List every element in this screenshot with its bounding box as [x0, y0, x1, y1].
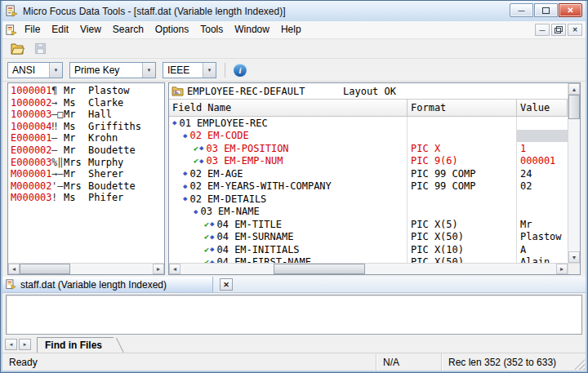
field-row-em-emp-num[interactable]: ✔◆03 EM-EMP-NUMPIC 9(6)000001 — [169, 155, 568, 168]
scroll-left-button[interactable]: ◂ — [8, 264, 20, 274]
find-results-panel — [6, 295, 582, 335]
field-diamond-icon: ◆ — [194, 208, 198, 215]
record-row[interactable]: E000003%‖MrsMurphy — [11, 157, 164, 169]
field-row-em-years-with-company[interactable]: ◆02 EM-YEARS-WITH-COMPANYPIC 99 COMP02 — [169, 180, 568, 193]
maximize-button[interactable] — [534, 3, 558, 17]
column-header-field-name[interactable]: Field Name — [169, 100, 408, 117]
record-row[interactable]: 1000002→MsClarke — [11, 97, 164, 109]
record-row[interactable]: M000002'–MrsBoudette — [11, 180, 164, 193]
minimize-button[interactable]: — — [510, 3, 533, 17]
field-name-cell: ✔◆04 EM-INITIALS — [169, 243, 408, 256]
record-id: E000002 — [11, 144, 51, 157]
scroll-left-icon: ◂ — [173, 265, 176, 273]
column-header-format[interactable]: Format — [408, 100, 517, 117]
chevron-down-icon[interactable]: ▼ — [203, 63, 216, 78]
tab-scroll-right-button[interactable]: ▸ — [19, 339, 31, 350]
scroll-right-button[interactable]: ▸ — [556, 264, 568, 274]
record-row[interactable]: 1000001¶MrPlastow — [11, 85, 164, 97]
menu-item-view[interactable]: View — [74, 21, 107, 38]
info-button[interactable]: i — [234, 64, 247, 77]
hscroll-track-left[interactable] — [180, 264, 274, 274]
chevron-down-icon[interactable]: ▼ — [49, 63, 62, 78]
file-toolbar — [2, 39, 586, 59]
hscroll-thumb[interactable] — [274, 264, 365, 274]
mdi-minimize-button[interactable]: — — [535, 24, 550, 36]
close-button[interactable]: ✕ — [559, 3, 582, 17]
charset-combo[interactable]: ANSI ▼ — [7, 62, 63, 78]
field-row-em-first-name[interactable]: ✔◆04 EM-FIRST-NAMEPIC X(50)Alain — [169, 256, 568, 264]
field-row-em-title[interactable]: ✔◆04 EM-TITLEPIC X(5)Mr — [169, 218, 568, 231]
record-surname: Phifer — [88, 192, 123, 203]
scrollbar-corner — [568, 263, 580, 274]
column-header-value[interactable]: Value — [517, 100, 568, 117]
mdi-restore-button[interactable] — [551, 24, 566, 36]
vscroll-track[interactable] — [568, 119, 580, 251]
record-id: E000003 — [11, 157, 51, 169]
record-row[interactable]: E000002–MrBoudette — [11, 144, 164, 157]
record-row[interactable]: E000001–MrKrohn — [11, 132, 164, 144]
field-row-em-initials[interactable]: ✔◆04 EM-INITIALSPIC X(10)A — [169, 243, 568, 256]
key-combo[interactable]: Prime Key ▼ — [69, 62, 156, 78]
menu-item-search[interactable]: Search — [107, 21, 149, 38]
scroll-left-button[interactable]: ◂ — [169, 264, 180, 274]
hscroll-track[interactable] — [365, 264, 556, 274]
field-value-cell — [517, 130, 568, 143]
menu-bar: FileEditViewSearchOptionsToolsWindowHelp… — [2, 21, 586, 39]
menu-item-help[interactable]: Help — [275, 21, 307, 38]
field-name-text: 02 EM-DETAILS — [189, 193, 266, 205]
field-name-cell: ✔◆03 EM-POSITION — [169, 142, 408, 155]
record-row[interactable]: 1000004‼MsGriffiths — [11, 121, 164, 133]
tab-staff-dat[interactable]: staff.dat (Variable length Indexed) — [2, 277, 213, 292]
record-row[interactable]: M000003!MsPhifer — [11, 192, 164, 204]
field-row-employee-rec[interactable]: ◆01 EMPLOYEE-REC — [169, 117, 568, 130]
scroll-down-button[interactable]: ▾ — [568, 251, 580, 263]
field-name-text: 04 EM-TITLE — [216, 219, 281, 230]
field-row-em-surname[interactable]: ✔◆04 EM-SURNAMEPIC X(50)Plastow — [169, 231, 568, 244]
field-value-cell: 000001 — [517, 155, 568, 168]
record-title: Mr — [64, 168, 88, 180]
record-list-hscrollbar[interactable]: ◂ ▸ — [8, 263, 164, 274]
record-row[interactable]: 1000003–□MrHall — [11, 109, 164, 121]
menu-item-window[interactable]: Window — [229, 21, 275, 38]
tab-scroll-left-button[interactable]: ◂ — [5, 339, 17, 350]
open-file-button[interactable] — [7, 41, 27, 57]
layout-status: Layout OK — [343, 86, 396, 97]
close-document-button[interactable]: ✕ — [220, 278, 233, 291]
field-format-cell: PIC 9(6) — [408, 155, 517, 168]
field-name-text: 04 EM-FIRST-NAME — [216, 256, 311, 263]
record-surname: Griffiths — [88, 121, 141, 132]
tab-find-in-files[interactable]: Find in Files — [37, 337, 114, 353]
menu-item-tools[interactable]: Tools — [194, 21, 229, 38]
menu-item-options[interactable]: Options — [149, 21, 194, 38]
record-row[interactable]: M000001→–MrSherer — [11, 168, 164, 180]
main-area: 1000001¶MrPlastow1000002→MsClarke1000003… — [2, 82, 586, 277]
layout-panel: EMPLOYEE-REC-DEFAULT Layout OK ▴ ▾ Field… — [168, 82, 581, 275]
layout-hscrollbar[interactable]: ◂ ▸ — [169, 263, 568, 274]
field-row-em-position[interactable]: ✔◆03 EM-POSITIONPIC X1 — [169, 142, 568, 155]
mdi-close-button[interactable]: ✕ — [568, 24, 582, 36]
record-list[interactable]: 1000001¶MrPlastow1000002→MsClarke1000003… — [8, 83, 164, 263]
restore-icon — [555, 26, 563, 33]
field-row-em-name[interactable]: ◆03 EM-NAME — [169, 206, 568, 219]
key-combo-value: Prime Key — [70, 63, 142, 78]
layout-vscrollbar[interactable]: ▴ ▾ — [568, 83, 580, 263]
record-title: Mr — [64, 109, 88, 121]
float-format-combo[interactable]: IEEE ▼ — [163, 62, 216, 78]
scroll-right-button[interactable]: ▸ — [153, 264, 164, 274]
field-name-text: 02 EM-AGE — [189, 168, 243, 180]
menu-item-edit[interactable]: Edit — [46, 21, 74, 38]
status-ready: Ready — [2, 353, 376, 371]
chevron-down-icon[interactable]: ▼ — [142, 63, 155, 78]
record-separator-glyph: '– — [51, 180, 64, 193]
scroll-up-button[interactable]: ▴ — [568, 83, 580, 95]
vscroll-thumb[interactable] — [568, 95, 580, 119]
scroll-right-icon: ▸ — [157, 265, 160, 273]
hscroll-thumb[interactable] — [20, 264, 70, 274]
field-value-cell — [517, 193, 568, 206]
field-row-em-age[interactable]: ◆02 EM-AGEPIC 99 COMP24 — [169, 167, 568, 180]
record-separator-glyph: – — [51, 144, 64, 157]
field-row-em-details[interactable]: ◆02 EM-DETAILS — [169, 193, 568, 206]
field-row-em-code[interactable]: ◆02 EM-CODE — [169, 130, 568, 143]
menu-item-file[interactable]: File — [19, 21, 46, 38]
hscroll-track[interactable] — [70, 264, 153, 274]
